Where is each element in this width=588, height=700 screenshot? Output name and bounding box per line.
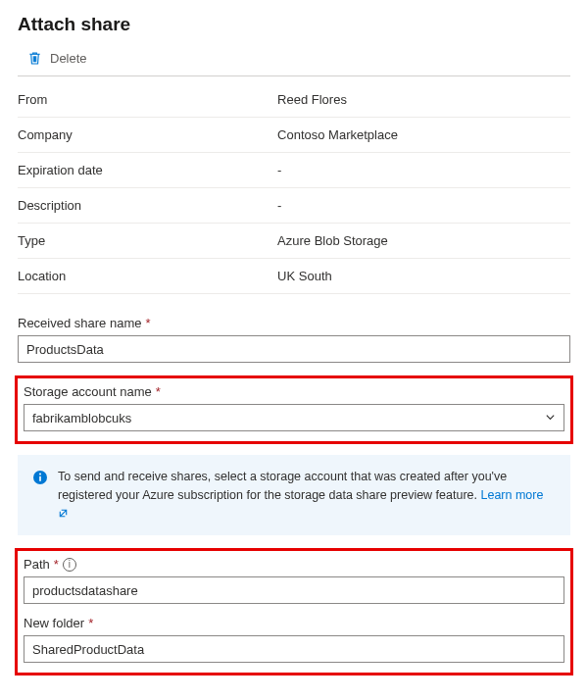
from-value: Reed Flores — [277, 92, 570, 107]
info-icon[interactable]: i — [63, 558, 76, 572]
received-share-label: Received share name* — [18, 316, 570, 330]
required-asterisk: * — [88, 616, 93, 630]
required-asterisk: * — [54, 557, 59, 572]
info-icon — [32, 470, 48, 485]
description-value: - — [277, 198, 570, 213]
table-row: Location UK South — [18, 259, 570, 294]
storage-account-value: fabrikamblobcuks — [32, 411, 131, 425]
info-text: To send and receive shares, select a sto… — [58, 470, 507, 502]
new-folder-label: New folder* — [24, 616, 564, 630]
table-row: Description - — [18, 188, 570, 224]
delete-button[interactable]: Delete — [18, 47, 570, 76]
location-label: Location — [18, 269, 277, 283]
trash-icon — [27, 51, 42, 66]
info-banner: To send and receive shares, select a sto… — [18, 455, 570, 535]
required-asterisk: * — [145, 316, 150, 330]
company-label: Company — [18, 127, 277, 142]
type-label: Type — [18, 233, 277, 248]
page-title: Attach share — [18, 14, 570, 35]
table-row: From Reed Flores — [18, 82, 570, 118]
received-share-input[interactable] — [18, 335, 570, 363]
table-row: Expiration date - — [18, 153, 570, 188]
delete-label: Delete — [50, 51, 87, 66]
storage-account-label: Storage account name* — [24, 384, 564, 399]
table-row: Type Azure Blob Storage — [18, 224, 570, 259]
expiration-label: Expiration date — [18, 163, 277, 177]
location-value: UK South — [277, 269, 570, 283]
new-folder-input[interactable] — [24, 635, 564, 663]
company-value: Contoso Marketplace — [277, 127, 570, 142]
path-input[interactable] — [24, 576, 564, 604]
external-link-icon — [58, 508, 69, 520]
expiration-value: - — [277, 163, 570, 177]
storage-account-select[interactable]: fabrikamblobcuks — [24, 404, 564, 431]
path-label: Path* i — [24, 557, 564, 572]
required-asterisk: * — [156, 384, 161, 399]
svg-point-2 — [39, 474, 41, 475]
from-label: From — [18, 92, 277, 107]
description-label: Description — [18, 198, 277, 213]
path-section-highlight: Path* i New folder* — [18, 551, 570, 673]
type-value: Azure Blob Storage — [277, 233, 570, 248]
details-table: From Reed Flores Company Contoso Marketp… — [18, 82, 570, 294]
svg-rect-1 — [39, 476, 41, 481]
chevron-down-icon — [545, 412, 556, 425]
table-row: Company Contoso Marketplace — [18, 118, 570, 153]
storage-section-highlight: Storage account name* fabrikamblobcuks — [18, 378, 570, 441]
